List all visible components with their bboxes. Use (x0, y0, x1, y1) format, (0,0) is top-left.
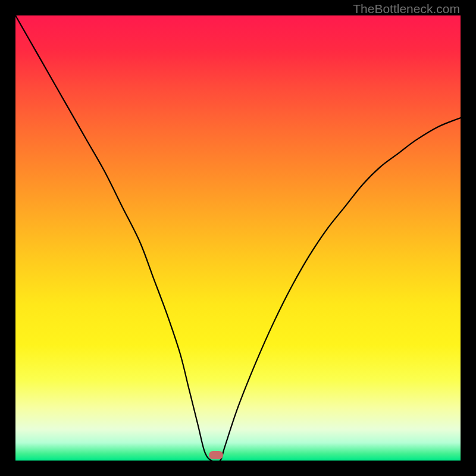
bottleneck-chart (15, 15, 461, 461)
watermark-text: TheBottleneck.com (353, 2, 460, 16)
optimal-point-marker (209, 451, 223, 459)
bottleneck-curve-path (15, 15, 461, 461)
chart-curve-svg (15, 15, 461, 461)
